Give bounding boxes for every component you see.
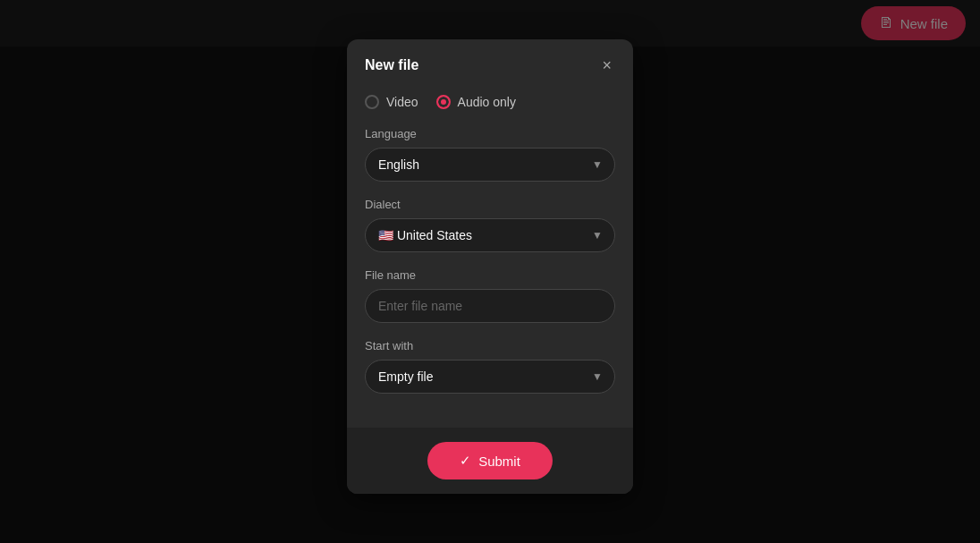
audio-only-radio-label: Audio only bbox=[458, 95, 516, 109]
language-select[interactable]: English Spanish French German Italian bbox=[365, 148, 615, 182]
video-radio-option[interactable]: Video bbox=[365, 95, 418, 109]
video-radio-label: Video bbox=[386, 95, 418, 109]
modal-body: Video Audio only Language English Spanis… bbox=[347, 88, 633, 428]
start-with-select[interactable]: Empty file Template bbox=[365, 360, 615, 394]
close-icon: × bbox=[602, 56, 612, 74]
file-name-input[interactable] bbox=[365, 289, 615, 323]
language-select-wrapper: English Spanish French German Italian ▼ bbox=[365, 148, 615, 182]
language-label: Language bbox=[365, 127, 615, 140]
modal-close-button[interactable]: × bbox=[598, 55, 615, 75]
start-with-label: Start with bbox=[365, 339, 615, 352]
start-with-select-wrapper: Empty file Template ▼ bbox=[365, 360, 615, 394]
language-field-group: Language English Spanish French German I… bbox=[365, 127, 615, 182]
modal-footer: ✓ Submit bbox=[347, 428, 633, 494]
modal-header: New file × bbox=[347, 39, 633, 88]
new-file-modal: New file × Video Audio only Language Eng… bbox=[347, 39, 633, 494]
submit-check-icon: ✓ bbox=[460, 453, 471, 469]
file-name-field-group: File name bbox=[365, 268, 615, 323]
file-name-label: File name bbox=[365, 268, 615, 282]
audio-only-radio-input[interactable] bbox=[436, 95, 451, 109]
dialect-field-group: Dialect 🇺🇸 United States 🇬🇧 United Kingd… bbox=[365, 198, 615, 252]
submit-button-label: Submit bbox=[478, 454, 520, 469]
start-with-field-group: Start with Empty file Template ▼ bbox=[365, 339, 615, 394]
video-radio-input[interactable] bbox=[365, 95, 379, 109]
file-type-radio-group: Video Audio only bbox=[365, 95, 615, 109]
dialect-select-wrapper: 🇺🇸 United States 🇬🇧 United Kingdom 🇦🇺 Au… bbox=[365, 218, 615, 252]
dialect-select[interactable]: 🇺🇸 United States 🇬🇧 United Kingdom 🇦🇺 Au… bbox=[365, 218, 615, 252]
audio-only-radio-option[interactable]: Audio only bbox=[436, 95, 516, 109]
dialect-label: Dialect bbox=[365, 198, 615, 211]
modal-title: New file bbox=[365, 57, 418, 73]
submit-button[interactable]: ✓ Submit bbox=[427, 442, 553, 479]
